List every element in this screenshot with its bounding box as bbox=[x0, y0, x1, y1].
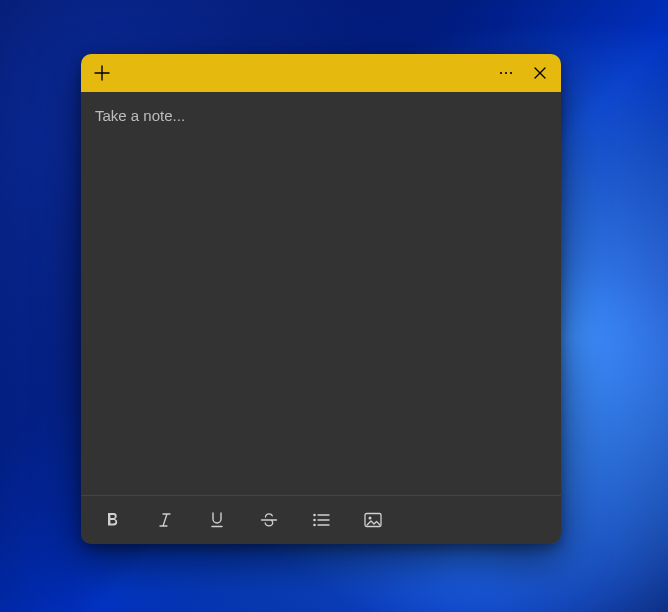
bold-icon bbox=[104, 511, 122, 529]
svg-point-3 bbox=[313, 514, 316, 517]
strikethrough-icon bbox=[259, 511, 279, 529]
add-image-button[interactable] bbox=[347, 496, 399, 544]
new-note-button[interactable] bbox=[85, 56, 119, 90]
note-body[interactable] bbox=[81, 92, 561, 495]
bold-button[interactable] bbox=[87, 496, 139, 544]
italic-icon bbox=[156, 511, 174, 529]
svg-point-2 bbox=[510, 72, 512, 74]
underline-icon bbox=[208, 511, 226, 529]
desktop-wallpaper bbox=[0, 0, 668, 612]
plus-icon bbox=[94, 65, 110, 81]
image-icon bbox=[363, 511, 383, 529]
ellipsis-icon bbox=[498, 65, 514, 81]
close-icon bbox=[533, 66, 547, 80]
italic-button[interactable] bbox=[139, 496, 191, 544]
note-textarea[interactable] bbox=[95, 106, 547, 485]
svg-point-0 bbox=[500, 72, 502, 74]
strikethrough-button[interactable] bbox=[243, 496, 295, 544]
menu-button[interactable] bbox=[489, 56, 523, 90]
bullet-list-icon bbox=[311, 511, 331, 529]
format-toolbar bbox=[81, 495, 561, 544]
bullets-button[interactable] bbox=[295, 496, 347, 544]
svg-point-7 bbox=[369, 517, 372, 520]
titlebar bbox=[81, 54, 561, 92]
sticky-note-window bbox=[81, 54, 561, 544]
svg-point-4 bbox=[313, 519, 316, 522]
svg-point-5 bbox=[313, 524, 316, 527]
underline-button[interactable] bbox=[191, 496, 243, 544]
svg-point-1 bbox=[505, 72, 507, 74]
close-button[interactable] bbox=[523, 56, 557, 90]
